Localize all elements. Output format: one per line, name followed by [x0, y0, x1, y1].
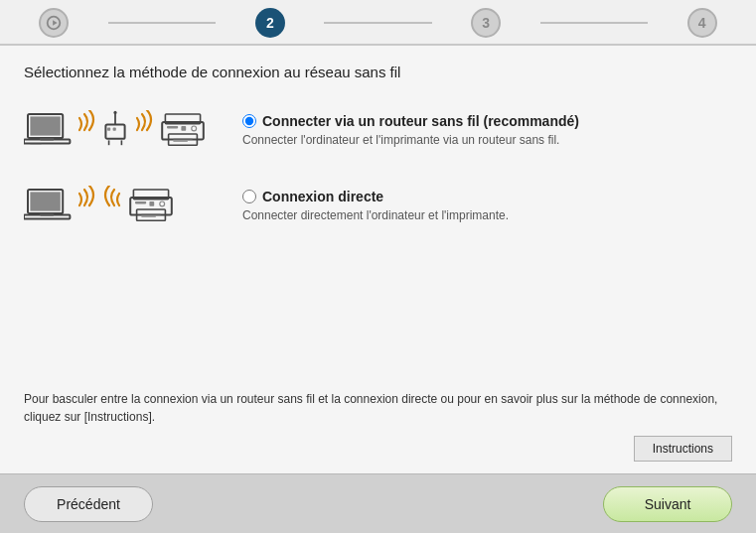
- svg-rect-23: [40, 213, 54, 215]
- option-router-icons: [24, 110, 223, 150]
- svg-rect-1: [30, 116, 60, 135]
- svg-rect-5: [105, 124, 124, 138]
- step-3-circle: 3: [471, 8, 501, 38]
- svg-rect-8: [107, 128, 110, 131]
- svg-point-28: [160, 201, 165, 206]
- svg-rect-21: [30, 192, 60, 210]
- option-router-radio[interactable]: [242, 114, 256, 128]
- svg-point-16: [192, 126, 197, 131]
- step-4-circle: 4: [687, 8, 717, 38]
- option-router-row: Connecter via un routeur sans fil (recom…: [24, 100, 732, 160]
- instructions-button[interactable]: Instructions: [634, 436, 732, 462]
- step-3: 3: [432, 8, 540, 38]
- main-content: Sélectionnez la méthode de connexion au …: [0, 46, 756, 473]
- wave2-left-printer-icon: [101, 186, 123, 225]
- option-router-desc: Connecter l'ordinateur et l'imprimante v…: [242, 133, 579, 147]
- option-direct-icons: [24, 186, 223, 225]
- connector-3-4: [540, 22, 649, 24]
- laptop2-icon: [24, 186, 72, 225]
- prev-button[interactable]: Précédent: [24, 486, 153, 522]
- note-text: Pour basculer entre la connexion via un …: [24, 390, 719, 426]
- step-1-circle: [39, 8, 69, 38]
- step-2: 2: [216, 8, 324, 38]
- step-4: 4: [648, 8, 756, 38]
- step-2-circle: 2: [255, 8, 285, 38]
- step-1: [0, 8, 108, 38]
- svg-rect-14: [167, 126, 178, 128]
- svg-rect-3: [40, 138, 54, 140]
- wave-right-laptop-icon: [76, 110, 97, 150]
- instructions-area: Instructions: [24, 436, 732, 462]
- wizard-container: 2 3 4 Sélectionnez la méthode de connexi…: [0, 0, 756, 533]
- option-direct-desc: Connecter directement l'ordinateur et l'…: [242, 208, 509, 222]
- svg-rect-9: [113, 128, 116, 131]
- steps-bar: 2 3 4: [0, 0, 756, 46]
- option-direct-row: Connexion directe Connecter directement …: [24, 176, 732, 235]
- option-direct-radio[interactable]: [242, 190, 256, 203]
- option-direct-label[interactable]: Connexion directe: [242, 189, 509, 204]
- next-button[interactable]: Suivant: [603, 486, 732, 522]
- page-title: Sélectionnez la méthode de connexion au …: [24, 64, 732, 80]
- connector-1-2: [108, 22, 217, 24]
- svg-rect-27: [149, 201, 154, 206]
- svg-point-7: [113, 111, 116, 114]
- svg-rect-15: [181, 126, 186, 131]
- option-router-text: Connecter via un routeur sans fil (recom…: [242, 113, 579, 147]
- options-area: Connecter via un routeur sans fil (recom…: [24, 100, 732, 380]
- option-direct-text: Connexion directe Connecter directement …: [242, 189, 509, 222]
- wave-right-router-icon: [133, 110, 155, 150]
- printer-icon: [159, 110, 207, 150]
- bottom-bar: Précédent Suivant: [0, 473, 756, 533]
- laptop-icon: [24, 110, 72, 150]
- printer2-icon: [127, 186, 175, 225]
- router-icon: [101, 110, 129, 150]
- connector-2-3: [324, 22, 432, 24]
- option-router-label[interactable]: Connecter via un routeur sans fil (recom…: [242, 113, 579, 129]
- wave2-right-laptop-icon: [76, 186, 97, 225]
- svg-rect-26: [135, 201, 146, 203]
